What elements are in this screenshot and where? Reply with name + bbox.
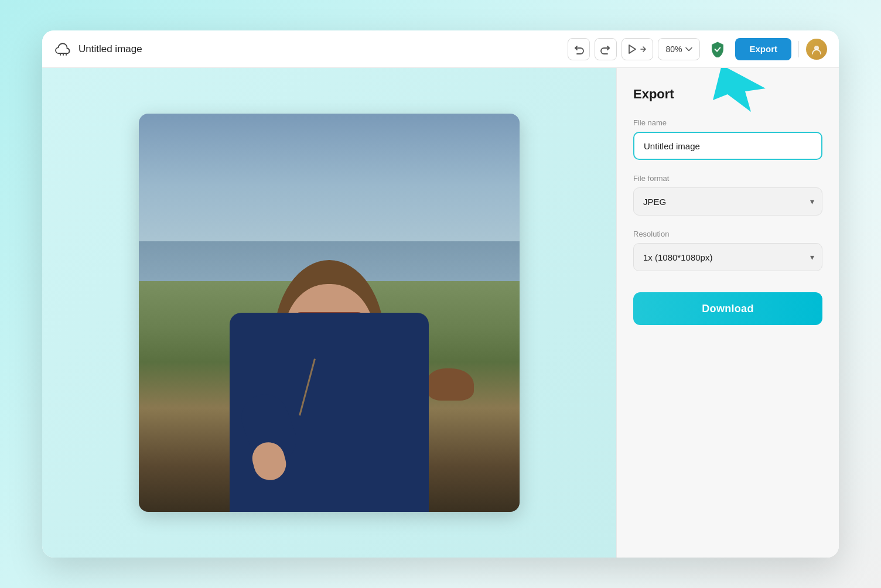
zoom-control[interactable]: 80% — [658, 38, 700, 60]
resolution-label: Resolution — [633, 230, 822, 238]
svg-marker-1 — [713, 68, 766, 112]
play-share-button[interactable] — [622, 38, 653, 60]
zoom-label: 80% — [665, 45, 682, 54]
toolbar-right: Export — [707, 38, 827, 60]
redo-button[interactable] — [595, 38, 617, 60]
arrow-pointer — [710, 68, 769, 117]
resolution-select-wrap: 1x (1080*1080px) 2x (2160*2160px) 0.5x (… — [633, 243, 822, 271]
toolbar: Untitled image — [42, 30, 839, 68]
undo-button[interactable] — [568, 38, 590, 60]
download-button[interactable]: Download — [633, 292, 822, 325]
export-button[interactable]: Export — [735, 38, 791, 60]
toolbar-center: 80% — [568, 38, 700, 60]
canvas-area — [42, 68, 616, 558]
app-window: Untitled image — [42, 30, 839, 558]
file-name-input[interactable] — [633, 132, 822, 160]
shield-icon — [707, 39, 728, 60]
resolution-select[interactable]: 1x (1080*1080px) 2x (2160*2160px) 0.5x (… — [633, 243, 822, 271]
file-title: Untitled image — [78, 43, 142, 55]
divider — [798, 41, 799, 57]
main-content: Export File name File format JPEG PNG SV… — [42, 68, 839, 558]
file-name-label: File name — [633, 118, 822, 127]
image-frame — [139, 114, 520, 512]
file-format-select-wrap: JPEG PNG SVG PDF ▾ — [633, 187, 822, 216]
avatar[interactable] — [806, 39, 827, 60]
toolbar-left: Untitled image — [54, 40, 561, 59]
file-format-label: File format — [633, 174, 822, 183]
export-panel: Export File name File format JPEG PNG SV… — [616, 68, 839, 558]
file-format-select[interactable]: JPEG PNG SVG PDF — [633, 187, 822, 216]
cloud-icon — [54, 40, 73, 59]
